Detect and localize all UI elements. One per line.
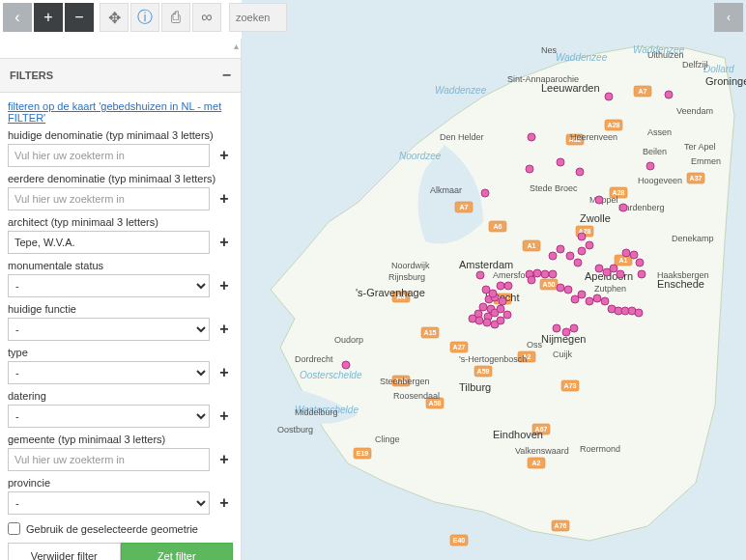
result-marker[interactable] (475, 317, 483, 324)
result-marker[interactable] (504, 282, 512, 290)
city-label: Sint-Annaparochie (507, 74, 579, 84)
type-select[interactable]: - (8, 361, 210, 384)
result-marker[interactable] (541, 270, 549, 278)
result-marker[interactable] (571, 295, 579, 303)
result-marker[interactable] (497, 317, 504, 324)
result-marker[interactable] (557, 158, 564, 166)
result-marker[interactable] (528, 133, 535, 141)
city-label: Oudorp (334, 335, 363, 345)
result-marker[interactable] (562, 328, 570, 336)
result-marker[interactable] (636, 259, 644, 266)
city-label: Assen (647, 127, 672, 137)
result-marker[interactable] (497, 305, 504, 313)
gemeente-input[interactable] (8, 448, 210, 471)
result-marker[interactable] (503, 311, 511, 319)
city-label: Nes (541, 45, 558, 55)
result-marker[interactable] (578, 291, 586, 298)
city-label: Hoogeveen (638, 176, 682, 185)
architect-input[interactable] (8, 231, 210, 254)
datering-select[interactable]: - (8, 405, 210, 428)
result-marker[interactable] (578, 247, 586, 255)
city-label: Rijnsburg (388, 272, 425, 282)
use-geometry-checkbox[interactable] (8, 522, 20, 535)
result-marker[interactable] (601, 297, 609, 305)
result-marker[interactable] (497, 282, 504, 290)
filter-link[interactable]: filteren op de kaart 'gebedshuizen in NL… (8, 100, 233, 124)
city-label: Groningen (705, 75, 746, 87)
result-marker[interactable] (528, 276, 535, 284)
result-marker[interactable] (526, 165, 533, 173)
apply-filter-button[interactable]: Zet filter (121, 543, 234, 560)
add-filter-icon[interactable]: + (215, 451, 233, 468)
city-label: Meppel (589, 195, 618, 205)
result-marker[interactable] (570, 324, 578, 332)
info-icon[interactable]: ⓘ (130, 3, 159, 32)
add-filter-icon[interactable]: + (215, 234, 233, 251)
result-marker[interactable] (635, 309, 643, 317)
result-marker[interactable] (595, 196, 603, 204)
result-marker[interactable] (595, 265, 603, 272)
result-marker[interactable] (549, 252, 557, 260)
result-marker[interactable] (605, 93, 613, 100)
result-marker[interactable] (646, 162, 654, 170)
add-filter-icon[interactable]: + (215, 190, 233, 208)
result-marker[interactable] (574, 259, 582, 266)
result-marker[interactable] (576, 168, 584, 176)
result-marker[interactable] (593, 294, 601, 302)
monumentale-status-select[interactable]: - (8, 274, 210, 297)
result-marker[interactable] (578, 233, 586, 240)
move-icon[interactable]: ✥ (100, 3, 129, 32)
result-marker[interactable] (476, 271, 484, 279)
field-label-functie: huidige functie (8, 303, 233, 315)
add-filter-icon[interactable]: + (215, 407, 233, 425)
clear-filter-button[interactable]: Verwijder filter (8, 543, 121, 560)
result-marker[interactable] (499, 297, 506, 305)
result-marker[interactable] (483, 319, 491, 326)
result-marker[interactable] (533, 269, 541, 277)
result-marker[interactable] (617, 270, 624, 278)
add-filter-icon[interactable]: + (215, 321, 233, 338)
huidige-functie-select[interactable]: - (8, 318, 210, 341)
search-input[interactable] (229, 3, 287, 32)
huidige-denominatie-input[interactable] (8, 144, 210, 167)
result-marker[interactable] (566, 252, 574, 260)
map-canvas[interactable]: Waddenzee Waddenzee Waddenzee Dollard No… (242, 0, 746, 560)
result-marker[interactable] (557, 284, 564, 292)
svg-text:A15: A15 (424, 329, 437, 336)
collapse-right-button[interactable]: ‹ (714, 3, 743, 32)
sea-label: Noordzee (399, 151, 442, 161)
print-icon[interactable]: ⎙ (161, 3, 190, 32)
provincie-select[interactable]: - (8, 491, 210, 515)
add-filter-icon[interactable]: + (215, 147, 233, 164)
add-filter-icon[interactable]: + (215, 494, 233, 512)
svg-text:A6: A6 (494, 223, 502, 230)
add-filter-icon[interactable]: + (215, 277, 233, 294)
back-button[interactable]: ‹ (3, 3, 32, 32)
result-marker[interactable] (622, 249, 630, 257)
result-marker[interactable] (479, 303, 487, 311)
result-marker[interactable] (553, 324, 560, 332)
result-marker[interactable] (630, 251, 638, 259)
result-marker[interactable] (619, 204, 627, 211)
result-marker[interactable] (564, 286, 572, 294)
result-marker[interactable] (342, 361, 350, 369)
city-label: Oss (527, 340, 543, 350)
eerdere-denominatie-input[interactable] (8, 187, 210, 210)
result-marker[interactable] (665, 91, 673, 98)
result-marker[interactable] (481, 189, 489, 197)
city-label: Heerenveen (570, 132, 617, 142)
result-marker[interactable] (638, 270, 646, 278)
add-filter-icon[interactable]: + (215, 364, 233, 381)
collapse-filters-icon[interactable]: − (222, 67, 231, 84)
zoom-in-button[interactable]: + (34, 3, 63, 32)
result-marker[interactable] (549, 270, 557, 278)
result-marker[interactable] (557, 245, 564, 253)
result-marker[interactable] (610, 265, 617, 272)
zoom-out-button[interactable]: − (65, 3, 94, 32)
result-marker[interactable] (489, 290, 497, 297)
share-icon[interactable]: ∞ (192, 3, 221, 32)
city-label: Veendam (676, 106, 713, 116)
result-marker[interactable] (586, 297, 593, 305)
result-marker[interactable] (586, 241, 593, 249)
city-label: Middelburg (295, 407, 338, 417)
